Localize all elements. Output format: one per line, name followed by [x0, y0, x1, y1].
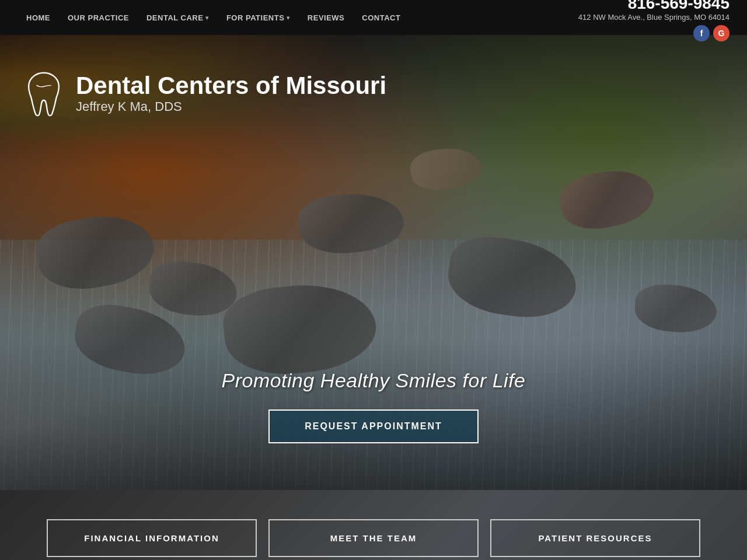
nav-item-contact[interactable]: CONTACT — [353, 13, 409, 22]
main-nav: HOMEOUR PRACTICEDENTAL CARE▾FOR PATIENTS… — [18, 13, 409, 22]
phone-number[interactable]: 816-569-9845 — [578, 0, 729, 13]
address: 412 NW Mock Ave., Blue Springs, MO 64014 — [578, 13, 729, 22]
google-icon[interactable]: G — [713, 25, 729, 41]
nav-item-for-patients[interactable]: FOR PATIENTS▾ — [218, 13, 299, 22]
logo-text: Dental Centers of Missouri Jeffrey K Ma,… — [76, 72, 386, 114]
logo-main: Dental Centers of Missouri — [76, 72, 386, 99]
site-header: HOMEOUR PRACTICEDENTAL CARE▾FOR PATIENTS… — [0, 0, 747, 35]
bottom-btn-meet-the-team[interactable]: MEET THE TEAM — [268, 519, 479, 557]
hero-content: Dental Centers of Missouri Jeffrey K Ma,… — [0, 70, 747, 117]
facebook-icon[interactable]: f — [693, 25, 710, 41]
bottom-section: FINANCIAL INFORMATIONMEET THE TEAMPATIEN… — [0, 490, 747, 560]
header-right: 816-569-9845 412 NW Mock Ave., Blue Spri… — [578, 0, 729, 41]
hero-bottom: Promoting Healthy Smiles for Life REQUES… — [0, 369, 747, 443]
logo-sub: Jeffrey K Ma, DDS — [76, 99, 386, 114]
tooth-icon — [23, 70, 64, 117]
nav-item-reviews[interactable]: REVIEWS — [299, 13, 353, 22]
chevron-down-icon: ▾ — [205, 15, 209, 21]
nav-item-home[interactable]: HOME — [18, 13, 59, 22]
bottom-btn-patient-resources[interactable]: PATIENT RESOURCES — [490, 519, 700, 557]
social-icons: f G — [578, 25, 729, 41]
nav-item-dental-care[interactable]: DENTAL CARE▾ — [138, 13, 218, 22]
nav-item-our-practice[interactable]: OUR PRACTICE — [59, 13, 138, 22]
hero-section: Dental Centers of Missouri Jeffrey K Ma,… — [0, 35, 747, 490]
logo-area: Dental Centers of Missouri Jeffrey K Ma,… — [23, 70, 724, 117]
request-appointment-button[interactable]: REQUEST APPOINTMENT — [268, 410, 479, 443]
bottom-btn-financial-information[interactable]: FINANCIAL INFORMATION — [47, 519, 257, 557]
chevron-down-icon: ▾ — [287, 15, 290, 21]
hero-tagline: Promoting Healthy Smiles for Life — [0, 369, 747, 392]
